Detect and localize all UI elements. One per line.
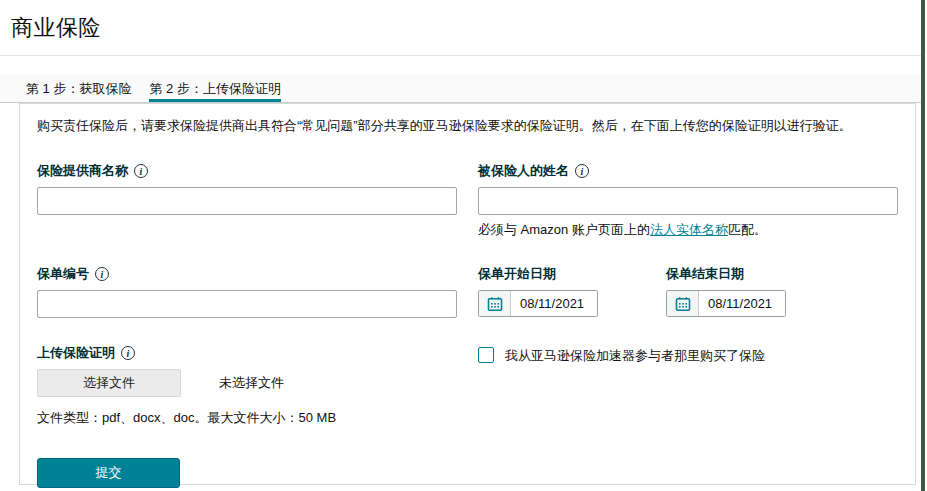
file-input-row: 选择文件 未选择文件: [37, 369, 457, 397]
accelerator-checkbox-label: 我从亚马逊保险加速器参与者那里购买了保险: [505, 347, 765, 365]
no-file-selected-text: 未选择文件: [219, 374, 284, 392]
upload-proof-label: 上传保险证明: [37, 344, 115, 362]
policy-number-field: 保单编号 i: [37, 265, 457, 318]
tab-step-2-upload-proof[interactable]: 第 2 步：上传保险证明: [149, 75, 280, 102]
accelerator-checkbox-row: 我从亚马逊保险加速器参与者那里购买了保险: [478, 344, 898, 427]
insured-name-helper: 必须与 Amazon 账户页面上的法人实体名称匹配。: [478, 221, 898, 239]
policy-end-field: 保单结束日期: [666, 265, 786, 318]
provider-name-label: 保险提供商名称: [37, 162, 128, 180]
info-icon[interactable]: i: [575, 164, 589, 178]
step-tabs: 第 1 步：获取保险 第 2 步：上传保险证明: [0, 75, 921, 103]
insured-name-label-row: 被保险人的姓名 i: [478, 162, 898, 180]
window-right-border: [921, 0, 925, 491]
insured-name-field: 被保险人的姓名 i 必须与 Amazon 账户页面上的法人实体名称匹配。: [478, 162, 898, 239]
policy-start-field: 保单开始日期: [478, 265, 598, 318]
insured-name-label: 被保险人的姓名: [478, 162, 569, 180]
calendar-icon[interactable]: [479, 291, 511, 316]
policy-number-label: 保单编号: [37, 265, 89, 283]
header-divider: [0, 55, 921, 56]
policy-end-datepicker: [666, 290, 786, 317]
upload-proof-panel: 购买责任保险后，请要求保险提供商出具符合“常见问题”部分共享的亚马逊保险要求的保…: [19, 103, 916, 485]
info-icon[interactable]: i: [121, 346, 135, 360]
provider-name-input[interactable]: [37, 187, 457, 215]
provider-name-label-row: 保险提供商名称 i: [37, 162, 457, 180]
policy-end-label: 保单结束日期: [666, 265, 786, 283]
upload-proof-field: 上传保险证明 i 选择文件 未选择文件 文件类型：pdf、docx、doc。最大…: [37, 344, 457, 427]
policy-dates-row: 保单开始日期: [478, 265, 898, 318]
provider-name-field: 保险提供商名称 i: [37, 162, 457, 239]
file-type-hint: 文件类型：pdf、docx、doc。最大文件大小：50 MB: [37, 409, 457, 427]
policy-number-label-row: 保单编号 i: [37, 265, 457, 283]
choose-file-button[interactable]: 选择文件: [37, 369, 181, 397]
panel-description: 购买责任保险后，请要求保险提供商出具符合“常见问题”部分共享的亚马逊保险要求的保…: [37, 118, 897, 134]
page-title: 商业保险: [0, 0, 927, 43]
policy-start-label: 保单开始日期: [478, 265, 598, 283]
policy-start-datepicker: [478, 290, 598, 317]
tab-step-1-get-insurance[interactable]: 第 1 步：获取保险: [26, 75, 131, 102]
legal-entity-name-link[interactable]: 法人实体名称: [650, 222, 728, 237]
info-icon[interactable]: i: [134, 164, 148, 178]
insured-name-input[interactable]: [478, 187, 898, 215]
upload-proof-label-row: 上传保险证明 i: [37, 344, 457, 362]
submit-button[interactable]: 提交: [37, 458, 180, 488]
empty-cell: [478, 453, 898, 488]
submit-row: 提交: [37, 453, 457, 488]
policy-start-input[interactable]: [511, 291, 597, 316]
policy-end-input[interactable]: [699, 291, 785, 316]
info-icon[interactable]: i: [95, 267, 109, 281]
calendar-icon[interactable]: [667, 291, 699, 316]
policy-number-input[interactable]: [37, 290, 457, 318]
accelerator-checkbox[interactable]: [478, 347, 494, 363]
form-grid: 保险提供商名称 i 被保险人的姓名 i 必须与 Amazon 账户页面上的法人实…: [37, 162, 897, 488]
